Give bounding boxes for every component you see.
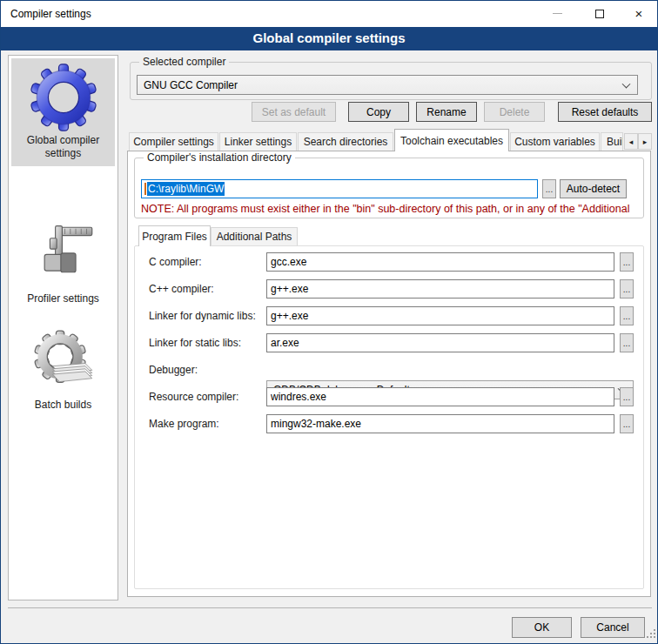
maximize-icon bbox=[595, 10, 604, 18]
sidebar-item-profiler-settings[interactable]: Profiler settings bbox=[11, 221, 115, 313]
make-program-browse-button[interactable]: ... bbox=[620, 414, 634, 433]
c-compiler-input[interactable] bbox=[266, 252, 614, 272]
sidebar-item-global-compiler-settings[interactable]: Global compiler settings bbox=[11, 58, 115, 166]
ok-button[interactable]: OK bbox=[512, 617, 572, 638]
resize-grip[interactable] bbox=[647, 626, 655, 641]
browse-directory-button[interactable]: ... bbox=[542, 179, 556, 198]
title-bar: Compiler settings × bbox=[1, 1, 657, 27]
window-title: Compiler settings bbox=[10, 1, 91, 27]
maximize-button[interactable] bbox=[585, 1, 614, 26]
auto-detect-button[interactable]: Auto-detect bbox=[560, 179, 627, 198]
linker-dynamic-input[interactable] bbox=[266, 306, 614, 325]
tab-linker-settings[interactable]: Linker settings bbox=[219, 132, 297, 151]
c-compiler-browse-button[interactable]: ... bbox=[620, 252, 634, 272]
tab-toolchain-executables[interactable]: Toolchain executables bbox=[394, 129, 509, 151]
reset-defaults-button[interactable]: Reset defaults bbox=[558, 102, 652, 122]
close-button[interactable]: × bbox=[624, 1, 654, 26]
settings-category-list: Global compiler settings bbox=[8, 55, 118, 600]
cpp-compiler-input[interactable] bbox=[266, 279, 614, 299]
tab-custom-variables[interactable]: Custom variables bbox=[510, 132, 600, 151]
linker-dynamic-label: Linker for dynamic libs: bbox=[149, 306, 256, 325]
note-text: NOTE: All programs must exist either in … bbox=[141, 203, 639, 215]
tab-compiler-settings[interactable]: Compiler settings bbox=[129, 132, 218, 151]
arrow-right-icon: ▸ bbox=[643, 138, 648, 146]
compiler-select[interactable]: GNU GCC Compiler bbox=[137, 75, 638, 95]
sidebar-item-label: Global compiler settings bbox=[11, 134, 115, 160]
subtab-program-files[interactable]: Program Files bbox=[138, 225, 211, 246]
gray-gear-stack-icon bbox=[11, 327, 115, 397]
blue-gear-icon bbox=[11, 63, 115, 132]
compiler-settings-window: Compiler settings × Global compiler sett… bbox=[0, 0, 658, 644]
set-as-default-button[interactable]: Set as default bbox=[252, 102, 336, 122]
tab-scroll-right-button[interactable]: ▸ bbox=[638, 133, 652, 150]
dialog-banner: Global compiler settings bbox=[1, 27, 657, 50]
minimize-icon bbox=[553, 13, 562, 14]
tab-scroll-left-button[interactable]: ◂ bbox=[624, 133, 638, 150]
installation-directory-selected-text: C:\raylib\MinGW bbox=[147, 182, 225, 196]
resource-compiler-browse-button[interactable]: ... bbox=[620, 387, 634, 406]
linker-static-input[interactable] bbox=[266, 333, 614, 352]
minimize-button[interactable] bbox=[542, 1, 572, 26]
c-compiler-label: C compiler: bbox=[149, 252, 202, 272]
make-program-input[interactable] bbox=[266, 414, 614, 433]
resource-compiler-input[interactable] bbox=[266, 387, 614, 406]
rename-button[interactable]: Rename bbox=[416, 102, 477, 122]
cpp-compiler-label: C++ compiler: bbox=[149, 279, 214, 299]
arrow-left-icon: ◂ bbox=[629, 138, 634, 146]
chevron-down-icon bbox=[622, 79, 631, 88]
installation-directory-input[interactable]: C:\raylib\MinGW bbox=[141, 179, 538, 198]
sidebar-item-label: Profiler settings bbox=[11, 292, 115, 305]
make-program-label: Make program: bbox=[149, 414, 219, 433]
cpp-compiler-browse-button[interactable]: ... bbox=[620, 279, 634, 299]
linker-dynamic-browse-button[interactable]: ... bbox=[620, 306, 634, 325]
selected-compiler-group-label: Selected compiler bbox=[139, 56, 229, 68]
installation-directory-group-label: Compiler's installation directory bbox=[144, 151, 295, 164]
sidebar-item-label: Batch builds bbox=[11, 399, 115, 412]
compiler-select-value: GNU GCC Compiler bbox=[144, 79, 238, 91]
subtab-additional-paths[interactable]: Additional Paths bbox=[211, 227, 298, 245]
debugger-label: Debugger: bbox=[149, 360, 198, 379]
sidebar-item-batch-builds[interactable]: Batch builds bbox=[11, 327, 115, 419]
delete-button[interactable]: Delete bbox=[484, 102, 545, 122]
copy-button[interactable]: Copy bbox=[348, 102, 409, 122]
caliper-icon bbox=[11, 221, 115, 291]
close-icon: × bbox=[635, 1, 643, 26]
text-caret bbox=[144, 183, 146, 195]
cancel-button[interactable]: Cancel bbox=[581, 617, 645, 638]
tab-build-truncated[interactable]: Build bbox=[601, 132, 623, 151]
footer-divider bbox=[8, 607, 652, 608]
linker-static-label: Linker for static libs: bbox=[149, 333, 241, 352]
linker-static-browse-button[interactable]: ... bbox=[620, 333, 634, 352]
tab-search-directories[interactable]: Search directories bbox=[298, 132, 393, 151]
resource-compiler-label: Resource compiler: bbox=[149, 387, 238, 406]
